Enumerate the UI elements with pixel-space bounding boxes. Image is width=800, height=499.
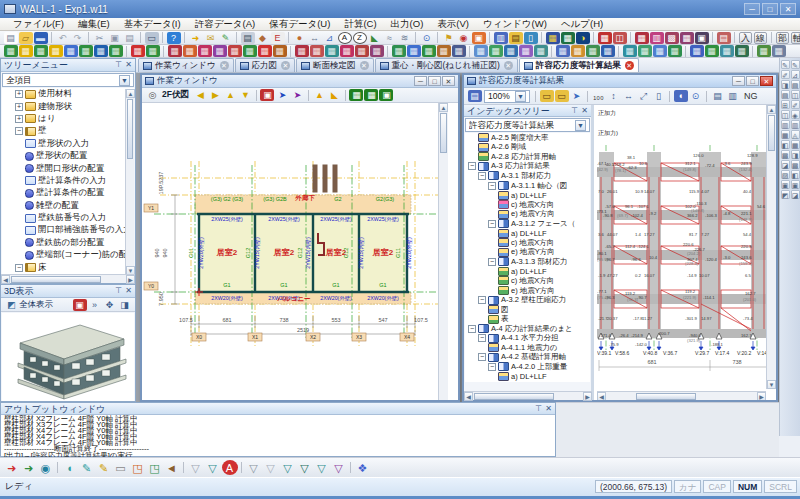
side-tool-icon-1[interactable]: ⊿ — [791, 70, 800, 79]
index-combobox[interactable]: 許容応力度等計算結果 ▼ — [465, 118, 590, 132]
pin-icon[interactable]: ⊤ — [571, 105, 578, 117]
fit-view-icon[interactable]: ◩ — [5, 299, 19, 311]
model-tool-icon-7-3[interactable]: ▦ — [668, 45, 682, 57]
scroll-left-icon[interactable]: ◀ — [597, 392, 606, 401]
zoom-in-icon[interactable]: ▭ — [540, 90, 554, 102]
chevron-down-icon[interactable]: ▼ — [119, 75, 130, 86]
model-tool-icon-8-2[interactable]: ▦ — [720, 45, 734, 57]
tree-item[interactable]: −A-3.2 壁柱圧縮応力 — [465, 295, 590, 305]
close-button[interactable]: ✕ — [442, 76, 455, 86]
kanji-tool-button[interactable]: 軸 — [791, 32, 800, 44]
menu-item-1[interactable]: 編集(E) — [71, 18, 117, 31]
tree-item[interactable]: +はり — [2, 113, 134, 125]
model-tool-icon-2-6[interactable]: ▦ — [258, 45, 272, 57]
edit-pen-icon[interactable]: ✎ — [219, 32, 233, 44]
document-tab-1[interactable]: 応力図✕ — [235, 58, 296, 72]
tree-item[interactable]: −A-3.1.2 フェース（ — [465, 219, 590, 229]
menu-item-7[interactable]: 表示(V) — [430, 18, 476, 31]
search-icon[interactable]: ⊙ — [420, 32, 434, 44]
collapse-icon[interactable]: − — [15, 264, 23, 272]
monitor-red-icon[interactable]: ▣ — [260, 89, 274, 101]
pan-left-icon[interactable]: ◀ — [193, 89, 207, 101]
next-page-icon[interactable]: ▥ — [726, 90, 740, 102]
tree-item[interactable]: −床 — [2, 261, 134, 273]
prev-page-icon[interactable]: ▤ — [711, 90, 725, 102]
tab-close-icon[interactable]: ✕ — [625, 61, 634, 70]
tree-item[interactable]: −A-3.1.1 軸心（図 — [465, 181, 590, 191]
model-tool-icon-1-1[interactable]: ▦ — [146, 45, 160, 57]
scroll-left-icon[interactable]: ◀ — [1, 275, 10, 284]
pin-icon[interactable]: ⊤ — [115, 59, 122, 71]
save-icon[interactable]: ▬ — [34, 32, 48, 44]
model-tool-icon-3-2[interactable]: ▦ — [325, 45, 339, 57]
model-tool-icon-5-4[interactable]: ▦ — [534, 45, 548, 57]
scroll-up-icon[interactable]: ▲ — [126, 89, 135, 98]
model-tool-icon-2-7[interactable]: ▦ — [273, 45, 287, 57]
model-tool-icon-6-0[interactable]: ▦ — [556, 45, 570, 57]
scroll-thumb[interactable] — [440, 113, 447, 153]
tree-item[interactable]: c) 地震X方向 — [465, 276, 590, 286]
side-tool-icon-2[interactable]: ▤ — [791, 80, 800, 89]
out-print-icon[interactable]: ▦ — [635, 32, 649, 44]
back-icon[interactable]: ◄ — [164, 460, 180, 475]
model-tool-icon-2-5[interactable]: ▦ — [243, 45, 257, 57]
menu-item-9[interactable]: ヘルプ(H) — [554, 18, 610, 31]
scroll-right-icon[interactable]: ▶ — [583, 392, 592, 401]
cup-teal2-icon[interactable]: ▽ — [280, 460, 296, 475]
model-tool-icon-6-1[interactable]: ▦ — [571, 45, 585, 57]
tree-item[interactable]: 壁端部(コーナー)筋の配置 — [2, 249, 134, 261]
close-icon[interactable]: ✕ — [545, 403, 552, 415]
collapse-icon[interactable]: − — [468, 162, 476, 170]
tree-item[interactable]: c) 地震X方向 — [465, 200, 590, 210]
menu-item-0[interactable]: ファイル(F) — [6, 18, 71, 31]
side-tool-icon-6[interactable]: ▥ — [791, 120, 800, 129]
side-tool-icon-3[interactable]: ◫ — [791, 90, 800, 99]
pin-icon[interactable]: ⊤ — [535, 403, 542, 415]
kanji-tool-button[interactable]: 入 — [739, 32, 752, 44]
model-tool-icon-1-0[interactable]: ▦ — [131, 45, 145, 57]
section-icon[interactable]: ◣ — [368, 32, 382, 44]
collapse-icon[interactable]: − — [15, 127, 23, 135]
undo-icon[interactable]: ↶ — [56, 32, 70, 44]
tree-item[interactable]: e) 地震Y方向 — [465, 209, 590, 219]
output-log[interactable]: 壁柱部材 X2フレーム 4F階 Y0軸 計算中壁柱部材 X3フレーム 4F階 Y… — [1, 415, 555, 460]
zoom-out-icon[interactable]: ▭ — [555, 90, 569, 102]
print-preview-icon[interactable]: ▤ — [241, 32, 255, 44]
model-tool-icon-6-3[interactable]: ▦ — [601, 45, 615, 57]
collapse-icon[interactable]: − — [488, 258, 496, 266]
collapse-icon[interactable]: − — [478, 353, 486, 361]
tree-filter-combobox[interactable]: 全項目 ▼ — [2, 73, 134, 87]
model-tool-icon-0-2[interactable]: ▦ — [34, 45, 48, 57]
model-tool-icon-8-1[interactable]: ▦ — [705, 45, 719, 57]
fit-width-icon[interactable]: ↔ — [622, 90, 636, 102]
model-tool-icon-0-3[interactable]: ▦ — [49, 45, 63, 57]
tree-item[interactable]: c) 地震X方向 — [465, 238, 590, 248]
scroll-down-icon[interactable]: ▼ — [767, 380, 776, 389]
paste-icon[interactable]: ▤ — [123, 32, 137, 44]
fit-height-icon[interactable]: ↕ — [607, 90, 621, 102]
gem-icon[interactable]: ❖ — [355, 460, 371, 475]
tree-item[interactable]: −A-4.2.0 上部重量 — [465, 362, 590, 372]
wave2-icon[interactable]: ≋ — [398, 32, 412, 44]
model-tool-icon-7-1[interactable]: ▦ — [638, 45, 652, 57]
model-tool-icon-4-4[interactable]: ▦ — [452, 45, 466, 57]
pan-right-icon[interactable]: ▶ — [208, 89, 222, 101]
pointer-blue-icon[interactable]: ➤ — [275, 89, 289, 101]
person-icon[interactable]: ● — [293, 32, 307, 44]
open-folder-icon[interactable]: ▱ — [19, 32, 33, 44]
menu-item-4[interactable]: 保有データ(U) — [262, 18, 337, 31]
model-tool-icon-0-0[interactable]: ▦ — [4, 45, 18, 57]
chevron-down-icon[interactable]: ▼ — [575, 120, 586, 131]
run-green-icon[interactable]: ➜ — [21, 460, 37, 475]
plan-canvas[interactable]: X0X1X2X3X4Y1Y0 (G3) G2 (G3)(G3) G2BG2G2(… — [142, 103, 448, 400]
scroll-up-icon[interactable]: ▲ — [439, 103, 448, 112]
minimize-button[interactable]: ─ — [732, 76, 745, 86]
mail-edit-icon[interactable]: ✉ — [204, 32, 218, 44]
model-tool-icon-5-3[interactable]: ▦ — [519, 45, 533, 57]
side-tool-icon-0[interactable]: ✎ — [791, 60, 800, 69]
drawing-vertical-scrollbar[interactable]: ▲ ▼ — [766, 105, 776, 389]
tree-item[interactable]: 表 — [465, 314, 590, 324]
close-icon[interactable]: ✕ — [581, 105, 588, 117]
select-tool-icon[interactable]: ▭ — [113, 460, 129, 475]
model-tool-icon-6-2[interactable]: ▦ — [586, 45, 600, 57]
